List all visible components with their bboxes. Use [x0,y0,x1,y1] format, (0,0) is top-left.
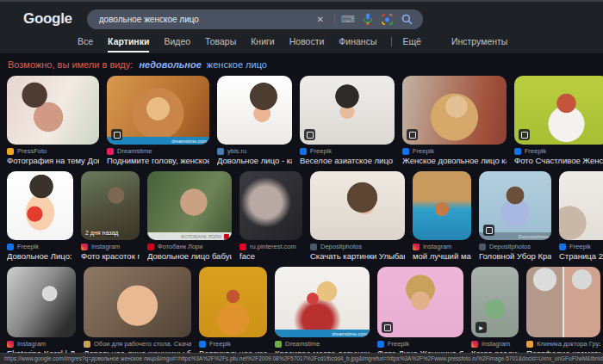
tab-images[interactable]: Картинки [108,36,149,52]
result-thumbnail[interactable] [559,171,603,240]
result-caption: Фотобанк ЛориДовольное лицо бабушки. Ст.… [147,243,232,262]
image-result[interactable]: PressFotoФотография на тему Довольное ..… [7,76,99,166]
image-result[interactable]: dreamstime.comDreamstimeПоднимите голову… [107,76,209,166]
tab-finance[interactable]: Финансы [339,36,376,52]
result-thumbnail[interactable]: ▶ [471,267,519,337]
suggestion-link-highlight[interactable]: недовольное [139,59,201,70]
image-result[interactable]: Клиника доктора ГруздеваПортфолио космет… [526,267,600,359]
source-favicon [300,148,307,155]
result-source: Клиника доктора Груздева [526,340,600,348]
tools-button[interactable]: Инструменты [451,36,507,52]
clear-search-icon[interactable]: ✕ [314,12,327,26]
result-thumbnail[interactable]: dreamstime.com [275,267,370,337]
image-result[interactable]: FreepikДовольное Лицо: вект... [7,171,73,262]
source-favicon [84,341,90,348]
search-submit-icon[interactable] [401,12,414,26]
image-result[interactable]: FreepikВеселое азиатское лицо женщин ... [300,76,395,166]
image-result[interactable]: ▶InstagramКогда всадила 20... [471,267,519,359]
image-result[interactable]: FreepikФото Лицо Женщина Обычно... [377,267,463,359]
result-title[interactable]: Фотография на тему Довольное ... [7,156,99,166]
result-title[interactable]: Женское довольное лицо кавказская ... [402,156,507,166]
result-thumbnail[interactable] [7,267,76,337]
result-thumbnail[interactable] [84,267,191,337]
result-thumbnail[interactable] [377,267,463,337]
result-thumbnail[interactable] [526,267,600,337]
source-favicon [526,341,533,348]
source-name: Freepik [413,147,434,155]
result-thumbnail[interactable]: ФОТОБАНК ЛОРИ [147,171,232,240]
result-title[interactable]: Веселое азиатское лицо женщин ... [300,156,395,166]
result-title[interactable]: Довольное лицо бабушки. Ст... [147,251,232,262]
result-thumbnail[interactable]: 2 дня назад [81,171,140,240]
result-title[interactable]: Довольное лицо - картин... [217,156,292,166]
source-name: Freepik [209,340,231,348]
tab-more[interactable]: Ещё [402,36,420,52]
result-title[interactable]: Довольное Лицо: вект... [7,251,73,262]
voice-search-icon[interactable] [361,12,375,26]
result-title[interactable]: Страница 2 | Фо... [559,251,603,262]
result-thumbnail[interactable] [300,76,395,145]
result-title[interactable]: мой лучший маки... [413,251,471,262]
image-result[interactable]: ФОТОБАНК ЛОРИФотобанк ЛориДовольное лицо… [147,171,232,262]
source-favicon [107,148,114,155]
source-name: Freepik [310,147,332,155]
result-caption: FreepikФото Счастливое Женское Лицо [514,147,603,166]
result-caption: ybis.ruДовольное лицо - картин... [217,147,292,166]
result-thumbnail[interactable]: Depositphotos [479,171,551,240]
source-favicon [514,148,521,155]
image-result[interactable]: FreepikЖенское довольное лицо кавказская… [402,76,507,166]
result-caption: FreepikВеселое азиатское лицо женщин ... [300,147,395,166]
tab-shopping[interactable]: Товары [205,36,236,52]
result-title[interactable]: Головной Убор Красивой Мол... [479,251,551,262]
image-result[interactable]: FreepikФото Счастливое Женское Лицо [514,76,603,166]
result-thumbnail[interactable] [310,171,405,240]
suggestion-link-rest[interactable]: женское лицо [207,59,267,70]
result-thumbnail[interactable]: dreamstime.com [107,76,209,145]
result-thumbnail[interactable] [7,76,99,145]
result-thumbnail[interactable] [402,76,507,145]
search-tabs: Все Картинки Видео Товары Книги Новости … [0,32,603,52]
result-title[interactable]: Скачать картинки Улыбающееся ... [310,251,405,262]
result-title[interactable]: face [239,251,302,262]
result-source: Instagram [471,340,519,348]
image-result[interactable]: 2 дня назадInstagramФото красоток пос... [81,171,140,262]
keyboard-icon[interactable]: ⌨ [341,12,355,26]
image-result[interactable]: Instagramмой лучший маки... [413,171,471,262]
result-thumbnail[interactable] [199,267,267,337]
image-result[interactable]: dreamstime.comDreamstimeКрасивое место д… [275,267,370,359]
search-input[interactable]: довольное женское лицо [99,15,308,24]
google-logo[interactable]: Google [23,10,72,28]
image-result[interactable]: ru.pinterest.comface [239,171,302,262]
result-title[interactable]: Фото красоток пос... [81,251,140,262]
result-source: Freepik [300,147,395,155]
result-thumbnail[interactable] [514,76,603,145]
tab-news[interactable]: Новости [289,36,325,52]
source-name: Freepik [525,147,546,155]
image-result[interactable]: FreepikСтраница 2 | Фо... [559,171,603,262]
result-source: ru.pinterest.com [239,243,302,250]
results-row: PressFotoФотография на тему Довольное ..… [7,76,603,166]
result-caption: DreamstimeПоднимите голову, женское лицо… [107,147,209,166]
image-result[interactable]: Обои для рабочего стола. Скачать обои...… [84,267,191,359]
licensable-badge-icon [304,129,315,140]
image-result[interactable]: ybis.ruДовольное лицо - картин... [217,76,292,166]
result-thumbnail[interactable] [413,171,471,240]
tab-all[interactable]: Все [78,36,93,52]
image-result[interactable]: FreepikВертикальное изображ... [199,267,267,359]
image-result[interactable]: DepositphotosDepositphotosГоловной Убор … [479,171,551,262]
google-lens-icon[interactable] [381,12,395,26]
tab-books[interactable]: Книги [251,36,274,52]
image-result[interactable]: InstagramEkaterina Korol | Довол... [7,267,76,359]
source-name: ybis.ru [227,147,246,155]
source-name: Фотобанк Лори [158,243,203,250]
search-bar[interactable]: довольное женское лицо ✕ ⌨ [87,9,423,29]
source-name: Freepik [388,340,409,348]
result-thumbnail[interactable] [239,171,302,240]
result-thumbnail[interactable] [217,76,292,145]
result-title[interactable]: Поднимите голову, женское лицо, д... [107,156,209,166]
tab-videos[interactable]: Видео [164,36,190,52]
image-result[interactable]: DepositphotosСкачать картинки Улыбающеес… [310,171,405,262]
result-title[interactable]: Фото Счастливое Женское Лицо [514,156,603,166]
result-thumbnail[interactable] [7,171,73,240]
result-source: Freepik [7,243,73,250]
